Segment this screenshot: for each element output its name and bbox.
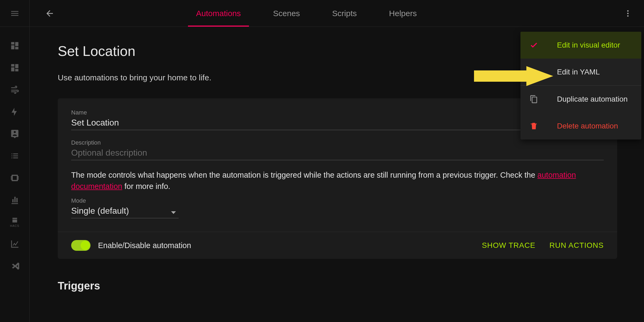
show-trace-button[interactable]: SHOW TRACE (482, 241, 535, 250)
menu-duplicate[interactable]: Duplicate automation (520, 86, 641, 113)
description-field-label: Description (71, 139, 604, 146)
hacs-label: HACS (10, 224, 19, 227)
topbar: Automations Scenes Scripts Helpers (30, 0, 644, 27)
list-icon[interactable] (9, 151, 20, 161)
menu-duplicate-label: Duplicate automation (547, 95, 633, 103)
person-pin-icon[interactable] (9, 128, 20, 139)
svg-point-2 (627, 15, 628, 17)
trash-icon (529, 121, 539, 131)
svg-point-1 (627, 13, 628, 14)
mode-text-post: for more info. (122, 182, 170, 191)
svg-point-0 (627, 10, 628, 12)
menu-edit-yaml-label: Edit in YAML (547, 68, 633, 76)
chart-bar-icon[interactable] (9, 195, 20, 205)
menu-delete-label: Delete automation (547, 122, 633, 130)
flash-icon[interactable] (9, 106, 20, 117)
menu-edit-visual[interactable]: Edit in visual editor (520, 32, 641, 59)
enable-toggle-label: Enable/Disable automation (98, 241, 191, 250)
triggers-heading: Triggers (58, 280, 617, 292)
dashboard-icon-1[interactable] (9, 40, 20, 51)
menu-edit-visual-label: Edit in visual editor (547, 41, 633, 49)
back-button[interactable] (43, 7, 56, 20)
annotation-arrow (473, 64, 556, 88)
more-menu-button[interactable] (623, 8, 633, 19)
tab-helpers[interactable]: Helpers (389, 0, 417, 27)
description-input[interactable] (71, 146, 604, 160)
check-icon (529, 40, 539, 50)
enable-toggle[interactable] (71, 240, 91, 251)
dashboard-icon-2[interactable] (9, 62, 20, 73)
mode-select[interactable]: Single (default) (71, 204, 179, 218)
run-actions-button[interactable]: RUN ACTIONS (549, 241, 604, 250)
hacs-icon[interactable]: HACS (9, 217, 20, 227)
mode-help-text: The mode controls what happens when the … (71, 169, 604, 192)
sidebar: HACS (0, 0, 30, 322)
vscode-icon[interactable] (9, 261, 20, 271)
menu-icon (9, 8, 20, 19)
menu-delete[interactable]: Delete automation (520, 113, 641, 139)
air-icon[interactable] (9, 84, 20, 95)
tab-scenes[interactable]: Scenes (273, 0, 300, 27)
chart-line-icon[interactable] (9, 239, 20, 249)
mode-field-label: Mode (71, 197, 604, 204)
sidebar-toggle[interactable] (0, 0, 29, 27)
chip-icon[interactable] (9, 173, 20, 183)
mode-text-pre: The mode controls what happens when the … (71, 171, 537, 179)
duplicate-icon (529, 94, 539, 104)
tab-scripts[interactable]: Scripts (332, 0, 357, 27)
tab-automations[interactable]: Automations (196, 0, 241, 27)
mode-select-value: Single (default) (71, 204, 179, 218)
